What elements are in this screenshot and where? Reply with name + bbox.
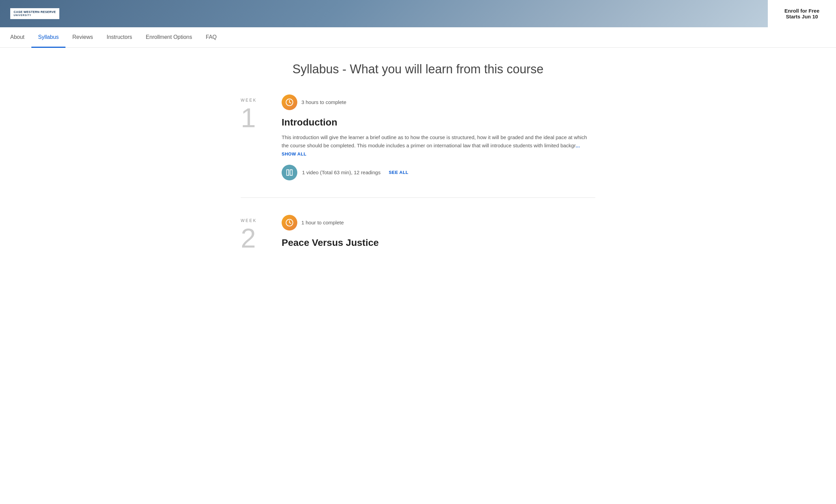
logo-line1: CASE WESTERN RESERVE bbox=[14, 10, 56, 14]
week-number-1: 1 bbox=[241, 104, 256, 132]
week-label-col-1: WEEK 1 bbox=[241, 94, 268, 197]
time-text-2: 1 hour to complete bbox=[301, 220, 344, 225]
week-section-1: WEEK 1 3 hours to complete Introduction … bbox=[241, 94, 595, 197]
nav-item-instructors[interactable]: Instructors bbox=[100, 27, 139, 48]
week-content-1: 3 hours to complete Introduction This in… bbox=[282, 94, 595, 197]
clock-icon-1 bbox=[282, 94, 297, 110]
nav: About Syllabus Reviews Instructors Enrol… bbox=[0, 27, 836, 48]
nav-item-enrollment-options[interactable]: Enrollment Options bbox=[139, 27, 199, 48]
week-section-2: WEEK 2 1 hour to complete Peace Versus J… bbox=[241, 215, 595, 271]
time-text-1: 3 hours to complete bbox=[301, 99, 346, 105]
header: CASE WESTERN RESERVE UNIVERSITY Enroll f… bbox=[0, 0, 836, 27]
clock-icon-2 bbox=[282, 215, 297, 231]
week-label-1: WEEK bbox=[241, 98, 257, 103]
logo-line2: UNIVERSITY bbox=[14, 14, 56, 17]
nav-item-reviews[interactable]: Reviews bbox=[65, 27, 100, 48]
enroll-line1: Enroll for Free bbox=[785, 8, 820, 14]
content-info-1: 1 video (Total 63 min), 12 readings bbox=[302, 169, 380, 175]
time-badge-1: 3 hours to complete bbox=[282, 94, 595, 110]
week-label-col-2: WEEK 2 bbox=[241, 215, 268, 271]
week-content-2: 1 hour to complete Peace Versus Justice bbox=[282, 215, 595, 271]
logo-box: CASE WESTERN RESERVE UNIVERSITY bbox=[10, 8, 59, 19]
book-icon-1 bbox=[282, 165, 297, 180]
enroll-line2: Starts Jun 10 bbox=[786, 14, 818, 19]
svg-rect-2 bbox=[290, 170, 292, 176]
see-all-link-1[interactable]: SEE ALL bbox=[389, 170, 408, 175]
week-title-1: Introduction bbox=[282, 117, 595, 128]
week-number-2: 2 bbox=[241, 225, 256, 252]
logo-text: CASE WESTERN RESERVE UNIVERSITY bbox=[14, 10, 56, 17]
week-description-1: This introduction will give the learner … bbox=[282, 133, 595, 158]
week-divider bbox=[241, 197, 595, 198]
enroll-button[interactable]: Enroll for Free Starts Jun 10 bbox=[768, 0, 836, 27]
nav-item-faq[interactable]: FAQ bbox=[199, 27, 224, 48]
page-title: Syllabus - What you will learn from this… bbox=[241, 61, 595, 77]
week-title-2: Peace Versus Justice bbox=[282, 237, 595, 248]
nav-item-syllabus[interactable]: Syllabus bbox=[31, 27, 65, 48]
main-content: Syllabus - What you will learn from this… bbox=[230, 48, 606, 284]
svg-rect-1 bbox=[287, 170, 289, 176]
logo-container: CASE WESTERN RESERVE UNIVERSITY bbox=[10, 8, 59, 19]
nav-item-about[interactable]: About bbox=[10, 27, 31, 48]
time-badge-2: 1 hour to complete bbox=[282, 215, 595, 231]
week-label-2: WEEK bbox=[241, 218, 257, 223]
content-meta-1: 1 video (Total 63 min), 12 readings SEE … bbox=[282, 165, 595, 180]
